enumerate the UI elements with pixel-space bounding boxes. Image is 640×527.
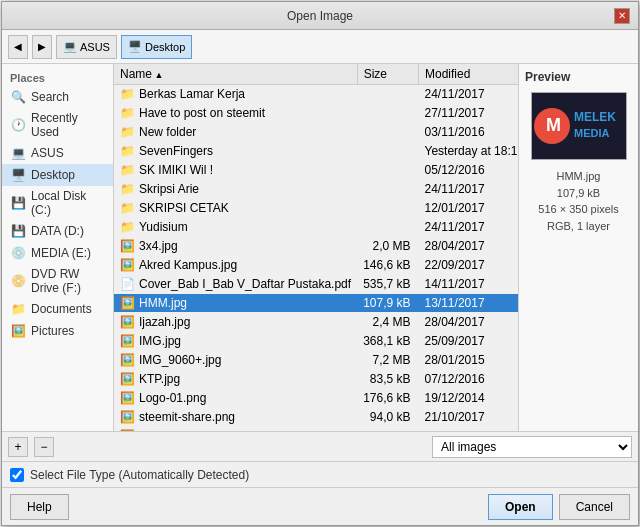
local-disk-icon: 💾 — [10, 195, 26, 211]
preview-dimensions: 516 × 350 pixels — [538, 201, 618, 218]
file-name-cell: 🖼️Akred Kampus.jpg — [114, 256, 357, 275]
title-bar: Open Image ✕ — [2, 2, 638, 30]
table-row[interactable]: 📁Have to post on steemit27/11/2017 — [114, 104, 518, 123]
sidebar-item-search[interactable]: 🔍 Search — [2, 86, 113, 108]
file-size-cell: 535,7 kB — [357, 275, 418, 294]
file-size-cell — [357, 180, 418, 199]
table-row[interactable]: 📄Cover_Bab I_Bab V_Daftar Pustaka.pdf535… — [114, 275, 518, 294]
table-row[interactable]: 📁Skripsi Arie24/11/2017 — [114, 180, 518, 199]
table-row[interactable]: 🖼️Logo-01.png176,6 kB19/12/2014 — [114, 389, 518, 408]
file-list-container[interactable]: Name Size Modified 📁Berkas Lamar Kerja24… — [114, 64, 518, 431]
sidebar-item-pictures[interactable]: 🖼️ Pictures — [2, 320, 113, 342]
file-name-cell: 📁Berkas Lamar Kerja — [114, 85, 357, 104]
file-modified-cell: 14/11/2017 — [419, 275, 518, 294]
table-row[interactable]: 🖼️3x4.jpg2,0 MB28/04/2017 — [114, 237, 518, 256]
sidebar-item-media-e[interactable]: 💿 MEDIA (E:) — [2, 242, 113, 264]
file-size-cell: 94,0 kB — [357, 408, 418, 427]
dvd-rw-icon: 📀 — [10, 273, 26, 289]
file-name-cell: 📁Have to post on steemit — [114, 104, 357, 123]
folder-icon: 📁 — [120, 201, 135, 215]
file-modified-cell: 22/09/2017 — [419, 256, 518, 275]
open-button[interactable]: Open — [488, 494, 553, 520]
file-icon: 🖼️ — [120, 239, 135, 253]
folder-icon: 📁 — [120, 87, 135, 101]
file-modified-cell: 19/12/2014 — [419, 389, 518, 408]
back-button[interactable]: ◀ — [8, 35, 28, 59]
toolbar: ◀ ▶ 💻 ASUS 🖥️ Desktop — [2, 30, 638, 64]
add-button[interactable]: + — [8, 437, 28, 457]
column-modified[interactable]: Modified — [419, 64, 518, 85]
file-modified-cell: 03/11/2016 — [419, 123, 518, 142]
file-modified-cell: 24/11/2017 — [419, 218, 518, 237]
table-row[interactable]: 🖼️HMM.jpg107,9 kB13/11/2017 — [114, 294, 518, 313]
file-name-cell: 🖼️KTP.jpg — [114, 370, 357, 389]
file-type-filter[interactable]: All images JPEG PNG GIF BMP TIFF — [432, 436, 632, 458]
table-row[interactable]: 🖼️KTP.jpg83,5 kB07/12/2016 — [114, 370, 518, 389]
cancel-button[interactable]: Cancel — [559, 494, 630, 520]
table-row[interactable]: 🖼️IMG.jpg368,1 kB25/09/2017 — [114, 332, 518, 351]
table-row[interactable]: 📁SK IMIKI Wil !05/12/2016 — [114, 161, 518, 180]
file-name-cell: 📁SevenFingers — [114, 142, 357, 161]
data-d-icon: 💾 — [10, 223, 26, 239]
folder-icon: 📁 — [120, 106, 135, 120]
svg-text:MEDIA: MEDIA — [574, 127, 610, 139]
open-image-dialog: Open Image ✕ ◀ ▶ 💻 ASUS 🖥️ Desktop Place… — [1, 1, 639, 526]
table-row[interactable]: 🖼️steemit-share.png94,0 kB21/10/2017 — [114, 408, 518, 427]
sidebar-item-asus[interactable]: 💻 ASUS — [2, 142, 113, 164]
file-name-cell: 🖼️IMG_9060+.jpg — [114, 351, 357, 370]
file-size-cell — [357, 161, 418, 180]
preview-meta: HMM.jpg 107,9 kB 516 × 350 pixels RGB, 1… — [538, 168, 618, 234]
close-button[interactable]: ✕ — [614, 8, 630, 24]
folder-icon: 📁 — [120, 182, 135, 196]
preview-panel: Preview M MELEK MEDIA HMM.jpg — [518, 64, 638, 431]
sidebar-item-data-d[interactable]: 💾 DATA (D:) — [2, 220, 113, 242]
file-icon: 🖼️ — [120, 372, 135, 386]
sidebar-item-desktop[interactable]: 🖥️ Desktop — [2, 164, 113, 186]
file-name-cell: 📄Cover_Bab I_Bab V_Daftar Pustaka.pdf — [114, 275, 357, 294]
sidebar-item-documents[interactable]: 📁 Documents — [2, 298, 113, 320]
file-icon: 🖼️ — [120, 315, 135, 329]
file-modified-cell: 24/11/2017 — [419, 85, 518, 104]
sidebar-item-recently-used[interactable]: 🕐 Recently Used — [2, 108, 113, 142]
help-button[interactable]: Help — [10, 494, 69, 520]
action-bar: Help Open Cancel — [2, 487, 638, 525]
file-size-cell — [357, 142, 418, 161]
media-e-icon: 💿 — [10, 245, 26, 261]
file-type-bar: Select File Type (Automatically Detected… — [2, 461, 638, 487]
table-row[interactable]: 📁SKRIPSI CETAK12/01/2017 — [114, 199, 518, 218]
file-name-cell: 🖼️3x4.jpg — [114, 237, 357, 256]
file-name-cell: 📁Skripsi Arie — [114, 180, 357, 199]
file-name-cell: 🖼️IMG.jpg — [114, 332, 357, 351]
table-row[interactable]: 📁Berkas Lamar Kerja24/11/2017 — [114, 85, 518, 104]
table-row[interactable]: 📁Yudisium24/11/2017 — [114, 218, 518, 237]
svg-text:MELEK: MELEK — [574, 110, 616, 124]
table-row[interactable]: 🖼️Ijazah.jpg2,4 MB28/04/2017 — [114, 313, 518, 332]
file-name-cell: 🖼️steemit-share.png — [114, 408, 357, 427]
pictures-icon: 🖼️ — [10, 323, 26, 339]
remove-button[interactable]: − — [34, 437, 54, 457]
sidebar-item-local-disk[interactable]: 💾 Local Disk (C:) — [2, 186, 113, 220]
forward-button[interactable]: ▶ — [32, 35, 52, 59]
breadcrumb-asus[interactable]: 💻 ASUS — [56, 35, 117, 59]
file-modified-cell: 12/01/2017 — [419, 199, 518, 218]
file-icon: 🖼️ — [120, 258, 135, 272]
breadcrumb-desktop[interactable]: 🖥️ Desktop — [121, 35, 192, 59]
file-type-checkbox[interactable] — [10, 468, 24, 482]
file-size-cell — [357, 85, 418, 104]
column-name[interactable]: Name — [114, 64, 357, 85]
file-type-label: Select File Type (Automatically Detected… — [30, 468, 249, 482]
file-name-cell: 📁SKRIPSI CETAK — [114, 199, 357, 218]
table-row[interactable]: 📁SevenFingersYesterday at 18:13 — [114, 142, 518, 161]
file-modified-cell: 24/11/2017 — [419, 180, 518, 199]
desktop-icon: 🖥️ — [128, 40, 142, 53]
file-name-cell: 🖼️Ijazah.jpg — [114, 313, 357, 332]
column-size[interactable]: Size — [357, 64, 418, 85]
file-size-cell: 2,4 MB — [357, 313, 418, 332]
preview-filesize: 107,9 kB — [538, 185, 618, 202]
table-row[interactable]: 🖼️IMG_9060+.jpg7,2 MB28/01/2015 — [114, 351, 518, 370]
file-modified-cell: 28/04/2017 — [419, 237, 518, 256]
sidebar-item-dvd-rw[interactable]: 📀 DVD RW Drive (F:) — [2, 264, 113, 298]
table-row[interactable]: 🖼️Akred Kampus.jpg146,6 kB22/09/2017 — [114, 256, 518, 275]
file-name-cell: 📁Yudisium — [114, 218, 357, 237]
table-row[interactable]: 📁New folder03/11/2016 — [114, 123, 518, 142]
